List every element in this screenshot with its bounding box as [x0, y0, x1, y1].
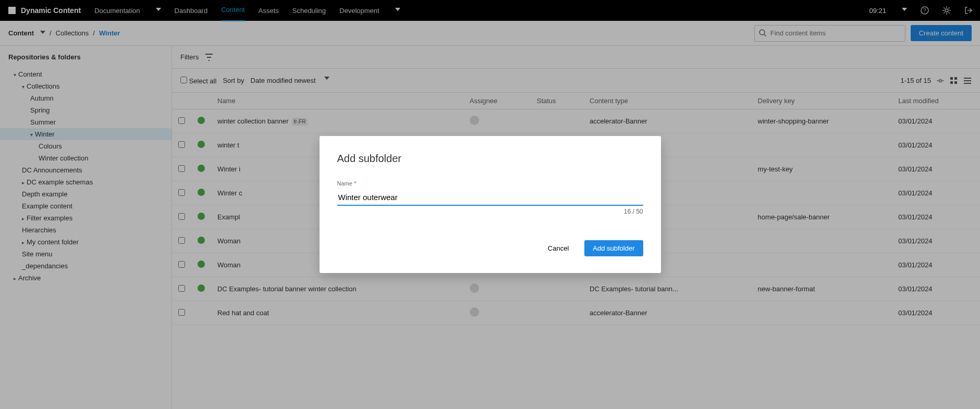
cancel-button[interactable]: Cancel — [548, 240, 569, 256]
add-subfolder-button[interactable]: Add subfolder — [584, 240, 643, 256]
modal-counter: 16 / 50 — [337, 208, 643, 215]
modal-name-label: Name * — [337, 180, 357, 187]
modal-title: Add subfolder — [337, 153, 643, 165]
modal-name-text: Name — [337, 180, 352, 187]
modal-name-input[interactable] — [337, 190, 643, 206]
modal-backdrop[interactable]: Add subfolder Name * 16 / 50 Cancel Add … — [0, 0, 980, 409]
modal: Add subfolder Name * 16 / 50 Cancel Add … — [320, 136, 661, 273]
modal-actions: Cancel Add subfolder — [337, 240, 643, 256]
